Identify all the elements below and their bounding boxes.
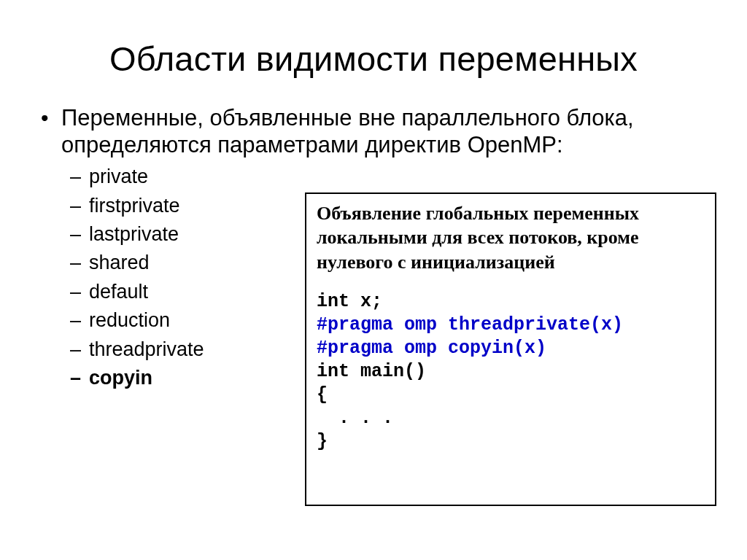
code-line: } <box>317 431 328 452</box>
code-line-pragma: #pragma omp threadprivate(x) <box>317 314 623 335</box>
code-line: int x; <box>317 291 382 312</box>
slide-body: Переменные, объявленные вне параллельног… <box>36 105 711 392</box>
code-description: Объявление глобальных переменных локальн… <box>317 201 705 274</box>
code-line: { <box>317 384 328 405</box>
code-line: int main() <box>317 361 426 382</box>
intro-text: Переменные, объявленные вне параллельног… <box>61 105 634 158</box>
clause-item: private <box>89 163 711 191</box>
slide: Области видимости переменных Переменные,… <box>0 0 747 560</box>
code-line-pragma: #pragma omp copyin(x) <box>317 338 546 359</box>
code-block: int x; #pragma omp threadprivate(x) #pra… <box>317 290 705 454</box>
code-box: Объявление глобальных переменных локальн… <box>305 192 716 506</box>
code-line: . . . <box>317 408 393 429</box>
slide-title: Области видимости переменных <box>36 39 711 79</box>
